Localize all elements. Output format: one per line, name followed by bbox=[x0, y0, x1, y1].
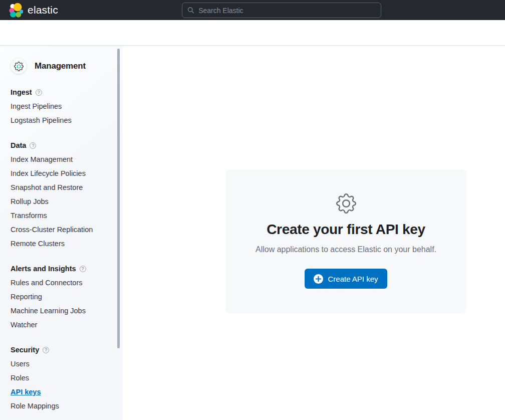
sidebar-item-roles[interactable]: Roles bbox=[0, 371, 123, 385]
empty-state-subtitle: Allow applications to access Elastic on … bbox=[256, 245, 436, 254]
api-keys-empty-state-panel: Create your first API key Allow applicat… bbox=[225, 169, 466, 313]
sidebar-item-index-lifecycle-policies[interactable]: Index Lifecycle Policies bbox=[0, 166, 123, 180]
brand-name: elastic bbox=[28, 4, 58, 16]
sidebar-title: Management bbox=[35, 61, 86, 71]
elastic-logo[interactable]: elastic bbox=[9, 0, 58, 20]
management-sidebar: Management Ingest ? Ingest Pipelines Log… bbox=[0, 46, 123, 420]
elastic-logo-icon bbox=[9, 3, 23, 18]
sidebar-item-ingest-pipelines[interactable]: Ingest Pipelines bbox=[0, 99, 123, 113]
plus-circle-icon bbox=[314, 274, 323, 284]
section-label: Ingest bbox=[11, 88, 32, 96]
section-data: Data ? Index Management Index Lifecycle … bbox=[0, 138, 123, 251]
sidebar-item-reporting[interactable]: Reporting bbox=[0, 290, 123, 304]
section-data-header: Data ? bbox=[0, 138, 123, 152]
sidebar-item-remote-clusters[interactable]: Remote Clusters bbox=[0, 237, 123, 251]
sidebar-scrollbar[interactable] bbox=[117, 49, 120, 348]
create-api-key-label: Create API key bbox=[328, 275, 378, 283]
breadcrumb-bar bbox=[0, 20, 505, 46]
sidebar-header: Management bbox=[0, 59, 123, 74]
sidebar-item-role-mappings[interactable]: Role Mappings bbox=[0, 399, 123, 413]
section-ingest: Ingest ? Ingest Pipelines Logstash Pipel… bbox=[0, 85, 123, 127]
global-search[interactable] bbox=[182, 3, 381, 18]
sidebar-item-logstash-pipelines[interactable]: Logstash Pipelines bbox=[0, 113, 123, 127]
section-ingest-header: Ingest ? bbox=[0, 85, 123, 99]
search-icon bbox=[187, 7, 194, 14]
sidebar-item-cross-cluster-replication[interactable]: Cross-Cluster Replication bbox=[0, 223, 123, 237]
sidebar-item-rollup-jobs[interactable]: Rollup Jobs bbox=[0, 194, 123, 208]
sidebar-item-snapshot-and-restore[interactable]: Snapshot and Restore bbox=[0, 180, 123, 194]
create-api-key-button[interactable]: Create API key bbox=[305, 269, 387, 289]
search-input[interactable] bbox=[198, 7, 376, 15]
sidebar-item-users[interactable]: Users bbox=[0, 357, 123, 371]
sidebar-nav: Ingest ? Ingest Pipelines Logstash Pipel… bbox=[0, 85, 123, 413]
section-security-header: Security ? bbox=[0, 343, 123, 357]
section-alerts-header: Alerts and Insights ? bbox=[0, 262, 123, 276]
help-icon[interactable]: ? bbox=[80, 266, 86, 272]
gear-icon bbox=[336, 193, 356, 214]
help-icon[interactable]: ? bbox=[30, 142, 36, 149]
sidebar-item-machine-learning-jobs[interactable]: Machine Learning Jobs bbox=[0, 304, 123, 318]
section-alerts-and-insights: Alerts and Insights ? Rules and Connecto… bbox=[0, 262, 123, 332]
sidebar-item-rules-and-connectors[interactable]: Rules and Connectors bbox=[0, 276, 123, 290]
help-icon[interactable]: ? bbox=[43, 347, 49, 353]
sidebar-item-watcher[interactable]: Watcher bbox=[0, 318, 123, 332]
top-app-bar: elastic bbox=[0, 0, 505, 20]
sidebar-item-transforms[interactable]: Transforms bbox=[0, 208, 123, 223]
section-label: Data bbox=[11, 141, 26, 149]
section-security: Security ? Users Roles API keys Role Map… bbox=[0, 343, 123, 413]
empty-state-title: Create your first API key bbox=[267, 222, 425, 238]
help-icon[interactable]: ? bbox=[36, 89, 42, 96]
sidebar-item-index-management[interactable]: Index Management bbox=[0, 152, 123, 166]
sidebar-item-api-keys[interactable]: API keys bbox=[0, 385, 123, 399]
section-label: Security bbox=[11, 346, 39, 354]
management-gear-icon bbox=[11, 59, 26, 74]
section-label: Alerts and Insights bbox=[11, 265, 76, 273]
